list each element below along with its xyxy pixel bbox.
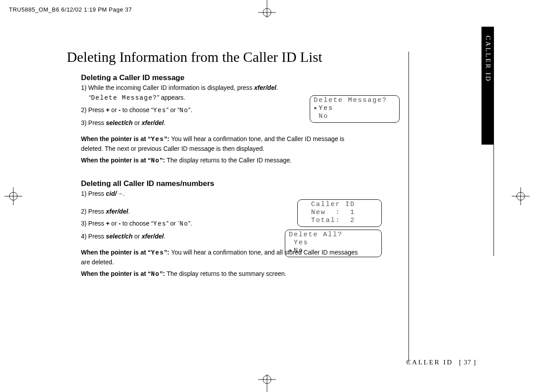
footer-section: CALLER ID — [406, 359, 453, 366]
lcd-delete-all: Delete All? Yes ▸No — [285, 230, 382, 257]
key-xfer-del: xfer/del — [106, 208, 128, 215]
key-select-ch: select/ch — [106, 119, 133, 126]
section-tab-caller-id: CALLER ID — [481, 27, 494, 145]
key-xfer-del: xfer/del — [142, 119, 164, 126]
section2-step2: 2) Press xfer/del. — [81, 207, 330, 217]
lcd-delete-message: Delete Message? ▸Yes No — [310, 95, 400, 123]
section1-no-para: When the pointer is at “No”: The display… — [81, 156, 366, 166]
section2-step3: 3) Press + or - to choose “Yes” or ¨No”. — [81, 219, 330, 229]
key-cid: cid/ — [106, 190, 117, 197]
arrow-right-icon: → — [117, 190, 123, 197]
registration-mark-right — [512, 183, 530, 210]
section2-step1: 1) Press cid/→. — [81, 189, 330, 199]
page-footer: CALLER ID [ 37 ] — [406, 359, 476, 366]
section1-step1: 1) While the incoming Caller ID informat… — [81, 83, 330, 103]
registration-mark-bottom — [254, 374, 280, 392]
vertical-rule-tab — [494, 145, 494, 256]
section1-step3: 3) Press select/ch or xfer/del. — [81, 118, 330, 128]
section1-step2: 2) Press + or - to choose “Yes” or “No”. — [81, 105, 330, 116]
key-select-ch: select/ch — [106, 233, 133, 240]
key-plus: + — [106, 220, 109, 227]
key-xfer-del: xfer/del — [142, 233, 164, 240]
vertical-rule — [409, 52, 409, 363]
registration-mark-left — [4, 183, 22, 210]
registration-mark-top — [254, 0, 280, 18]
key-plus: + — [106, 106, 109, 113]
section1-heading: Deleting a Caller ID message — [81, 73, 396, 82]
page-title: Deleting Information from the Caller ID … — [67, 49, 396, 65]
print-crop-header: TRU5885_OM_B6 6/12/02 1:19 PM Page 37 — [9, 6, 132, 13]
section2-heading: Deleting all Caller ID names/numbers — [81, 179, 396, 188]
key-xfer-del: xfer/del — [254, 84, 276, 91]
lcd-text: Delete Message? — [91, 94, 158, 101]
footer-page-number: [ 37 ] — [459, 359, 477, 366]
lcd-caller-id-summary: Caller ID New : 1 Total: 2 — [297, 199, 382, 227]
section1-yes-para: When the pointer is at “Yes”: You will h… — [81, 134, 366, 154]
section2-no-para: When the pointer is at “No”: The display… — [81, 269, 366, 279]
